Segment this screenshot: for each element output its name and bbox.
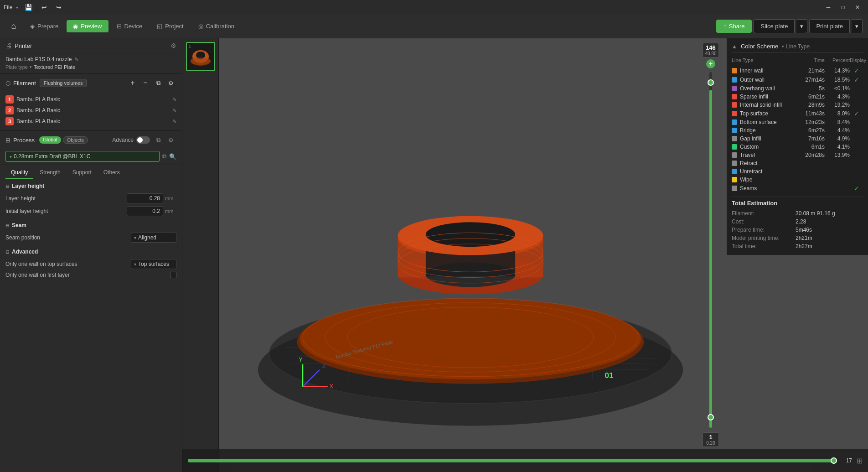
filament-item-1[interactable]: 1 Bambu PLA Basic ✎	[5, 94, 176, 105]
swatch-unretract	[732, 169, 737, 174]
tb-save[interactable]: 💾	[22, 3, 35, 12]
win-maximize[interactable]: □	[836, 1, 850, 14]
tab-project[interactable]: ◱ Project	[150, 20, 190, 32]
advanced-group-header[interactable]: ⊟ Advanced	[5, 249, 176, 255]
remove-filament-button[interactable]: −	[140, 78, 151, 88]
swatch-wipe	[732, 177, 737, 182]
print-dropdown-button[interactable]: ▾	[852, 19, 863, 33]
svg-text:X: X	[330, 383, 333, 389]
color-row-bottom-surface: Bottom surface 12m23s 8.4%	[732, 118, 863, 126]
process-settings-button[interactable]: ⚙	[165, 135, 176, 145]
toggle-knob	[137, 137, 143, 143]
tb-undo[interactable]: ↩	[39, 3, 50, 12]
layer-height-input[interactable]	[127, 193, 163, 203]
filament-settings-icon[interactable]: ⚙	[165, 78, 176, 88]
pct-gap-infill: 4.9%	[825, 135, 850, 142]
filament-num-1: 1	[5, 95, 14, 104]
slice-plate-button[interactable]: Slice plate	[754, 19, 795, 33]
time-internal-solid: 28m9s	[800, 102, 825, 108]
printer-info: Bambu Lab P1S 0.4 nozzle ✎ Plate type ▾ …	[0, 53, 182, 74]
swatch-overhang-wall	[732, 86, 737, 91]
advanced-group-title: Advanced	[12, 249, 38, 255]
plate-dropdown-icon: ▾	[30, 65, 32, 69]
preset-search-button[interactable]: 🔍	[169, 153, 176, 160]
swatch-custom	[732, 144, 737, 150]
badge-objects[interactable]: Objects	[63, 136, 88, 144]
tab-others[interactable]: Others	[98, 167, 125, 179]
layer-height-unit: mm	[165, 196, 176, 201]
slice-dropdown-button[interactable]: ▾	[796, 19, 807, 33]
disp-top-surface[interactable]: ✓	[850, 110, 863, 117]
process-badges: Global Objects	[39, 136, 88, 144]
svg-text:01: 01	[604, 371, 614, 380]
total-estimation-title: Total Estimation	[732, 200, 863, 207]
printer-settings-icon[interactable]: ⚙	[170, 42, 176, 49]
layer-height-group-title: Layer height	[12, 183, 44, 189]
est-model-value: 2h21m	[796, 235, 812, 241]
swatch-bridge	[732, 128, 737, 133]
collapse-panel-icon[interactable]: ▲	[732, 43, 737, 50]
layer-height-label: Layer height	[5, 195, 127, 202]
pct-top-surface: 8.0%	[825, 110, 850, 117]
add-filament-button[interactable]: +	[127, 78, 138, 88]
filament-item-2[interactable]: 2 Bambu PLA Basic ✎	[5, 105, 176, 116]
layer-stack-icon[interactable]: ⊞	[857, 456, 863, 465]
preset-copy-button[interactable]: ⧉	[162, 153, 166, 160]
filament-section: ⬡ Filament Flushing volumes + − ⧉ ⚙ 1 Ba…	[0, 74, 182, 131]
process-copy-button[interactable]: ⧉	[153, 135, 164, 145]
filament-item-3[interactable]: 3 Bambu PLA Basic ✎	[5, 116, 176, 127]
initial-layer-height-input[interactable]	[127, 206, 163, 216]
flushing-volumes-button[interactable]: Flushing volumes	[40, 79, 87, 87]
progress-thumb[interactable]	[831, 457, 837, 464]
seam-position-row: Seam position ▾ Aligned	[5, 231, 176, 244]
tab-strength[interactable]: Strength	[34, 167, 66, 179]
seam-position-dropdown[interactable]: ▾ Aligned	[131, 233, 176, 243]
seam-group-header[interactable]: ⊟ Seam	[5, 222, 176, 228]
est-model-row: Model printing time: 2h21m	[732, 234, 863, 242]
printer-name[interactable]: Bambu Lab P1S 0.4 nozzle ✎	[5, 56, 176, 62]
badge-global[interactable]: Global	[39, 136, 61, 144]
tab-support[interactable]: Support	[67, 167, 97, 179]
progress-track[interactable]	[188, 459, 834, 462]
seam-group: ⊟ Seam Seam position ▾ Aligned	[5, 222, 176, 244]
wall-top-dropdown[interactable]: ▾ Top surfaces	[131, 259, 176, 269]
layer-track[interactable]	[709, 72, 712, 428]
filament-num-3: 3	[5, 117, 14, 125]
layer-height-group-header[interactable]: ⊟ Layer height	[5, 183, 176, 189]
share-button[interactable]: ↑ Share	[716, 20, 752, 33]
tb-redo[interactable]: ↪	[53, 3, 64, 12]
wall-first-label: Only one wall on first layer	[5, 272, 170, 278]
name-retract: Retract	[740, 160, 800, 166]
filament-edit-2[interactable]: ✎	[172, 108, 176, 114]
wall-first-checkbox[interactable]	[170, 272, 176, 278]
filament-copy-icon[interactable]: ⧉	[153, 78, 164, 88]
prepare-label: Prepare	[37, 23, 58, 30]
tab-prepare[interactable]: ◈ Prepare	[24, 20, 65, 32]
col-time-header: Time	[800, 57, 825, 63]
name-inner-wall: Inner wall	[740, 67, 800, 74]
tab-quality[interactable]: Quality	[5, 167, 33, 179]
filament-edit-1[interactable]: ✎	[172, 97, 176, 103]
disp-inner-wall[interactable]: ✓	[850, 67, 863, 74]
advance-toggle-switch[interactable]	[136, 136, 150, 144]
svg-point-20	[300, 299, 641, 379]
project-label: Project	[165, 23, 183, 30]
thumbnail-1[interactable]: 1	[186, 42, 215, 71]
print-plate-button[interactable]: Print plate	[809, 19, 850, 33]
layer-thumb-bottom[interactable]	[708, 414, 714, 420]
layer-thumb-top[interactable]	[708, 79, 714, 86]
layer-plus-button[interactable]: +	[706, 59, 715, 68]
disp-seams[interactable]: ✓	[850, 185, 863, 192]
tab-preview[interactable]: ◉ Preview	[67, 20, 108, 32]
disp-outer-wall[interactable]: ✓	[850, 76, 863, 83]
tab-calibration[interactable]: ◎ Calibration	[192, 20, 241, 32]
tab-device[interactable]: ⊟ Device	[110, 20, 149, 32]
filament-edit-3[interactable]: ✎	[172, 119, 176, 124]
swatch-retract	[732, 161, 737, 166]
printer-edit-icon[interactable]: ✎	[74, 57, 78, 62]
color-row-top-surface: Top surface 11m43s 8.0% ✓	[732, 109, 863, 118]
win-minimize[interactable]: ─	[822, 1, 835, 14]
bottom-progress-bar: 17 ⊞	[182, 449, 868, 472]
home-button[interactable]: ⌂	[5, 18, 22, 35]
win-close[interactable]: ✕	[851, 1, 864, 14]
